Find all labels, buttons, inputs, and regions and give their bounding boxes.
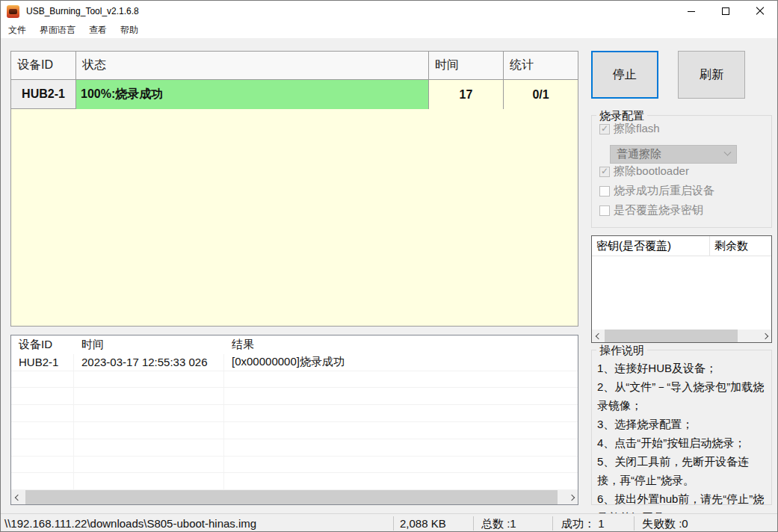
instruction-line: 1、连接好HUB及设备；: [597, 359, 769, 377]
log-table: 设备ID 时间 结果 HUB2-1 2023-03-17 12:55:33 02…: [10, 335, 578, 505]
failed-count: 失败数 :0: [642, 514, 688, 532]
erase-flash-label: 擦除flash: [614, 122, 660, 136]
key-table-hscrollbar[interactable]: [592, 330, 771, 342]
instructions-text: 1、连接好HUB及设备； 2、从“文件”－“导入烧录包”加载烧录镜像； 3、选择…: [597, 359, 769, 527]
log-result: [0x00000000]烧录成功: [224, 354, 578, 371]
key-table: 密钥(是否覆盖) 剩余数: [591, 235, 772, 343]
log-row-empty: [11, 473, 578, 490]
col-time: 时间: [429, 52, 504, 79]
burn-stats: 0/1: [504, 80, 578, 109]
log-row-empty: [11, 388, 578, 405]
device-row[interactable]: HUB2-1 100%:烧录成功 17 0/1: [11, 80, 578, 109]
log-col-device-id: 设备ID: [11, 338, 74, 352]
erase-flash-option[interactable]: 擦除flash: [599, 122, 660, 136]
log-table-header: 设备ID 时间 结果: [11, 335, 578, 354]
instruction-line: 3、选择烧录配置；: [597, 415, 769, 433]
col-status: 状态: [76, 52, 429, 79]
col-stats: 统计: [504, 52, 578, 79]
statusbar-divider: [634, 516, 635, 531]
device-table-empty-area: [11, 109, 578, 326]
overwrite-key-label: 是否覆盖烧录密钥: [614, 203, 703, 217]
reboot-after-option[interactable]: 烧录成功后重启设备: [599, 184, 714, 198]
key-scroll-thumb[interactable]: [605, 330, 738, 342]
erase-bootloader-checkbox[interactable]: [599, 167, 610, 177]
title-bar: USB_Burning_Tool_v2.1.6.8: [1, 1, 777, 22]
maximize-button[interactable]: [708, 1, 743, 22]
menu-language[interactable]: 界面语言: [33, 22, 82, 38]
app-window: USB_Burning_Tool_v2.1.6.8 文件 界面语言 查看 帮助 …: [0, 0, 778, 532]
log-hscrollbar[interactable]: [11, 490, 578, 504]
overwrite-key-option[interactable]: 是否覆盖烧录密钥: [599, 203, 703, 217]
key-table-header: 密钥(是否覆盖) 剩余数: [592, 236, 771, 256]
key-table-body: [592, 256, 771, 330]
log-row-empty: [11, 439, 578, 457]
log-time: 2023-03-17 12:55:33 026: [74, 354, 224, 371]
menu-file[interactable]: 文件: [1, 22, 33, 38]
minimize-icon: [688, 11, 695, 12]
chevron-down-icon: [724, 149, 732, 156]
log-row-empty: [11, 405, 578, 422]
scroll-left-icon[interactable]: [11, 490, 24, 504]
overwrite-key-checkbox[interactable]: [599, 205, 610, 216]
burn-time: 17: [429, 80, 504, 109]
col-device-id: 设备ID: [11, 52, 76, 79]
instruction-line: 4、点击“开始”按钮启动烧录；: [597, 433, 769, 452]
log-row-empty: [11, 457, 578, 474]
success-count: 成功： 1: [561, 514, 605, 532]
log-row[interactable]: HUB2-1 2023-03-17 12:55:33 026 [0x000000…: [11, 354, 578, 371]
instructions-group: 操作说明 1、连接好HUB及设备； 2、从“文件”－“导入烧录包”加载烧录镜像；…: [591, 350, 772, 505]
log-row-empty: [11, 422, 578, 439]
col-remaining: 剩余数: [710, 236, 771, 256]
statusbar-divider: [552, 516, 553, 531]
maximize-icon: [722, 7, 729, 15]
reboot-after-checkbox[interactable]: [599, 186, 610, 197]
erase-bootloader-option[interactable]: 擦除bootloader: [599, 164, 689, 179]
scroll-left-icon[interactable]: [592, 330, 605, 342]
menu-view[interactable]: 查看: [82, 22, 114, 38]
erase-mode-dropdown[interactable]: 普通擦除: [610, 145, 737, 164]
stop-button[interactable]: 停止: [591, 51, 658, 99]
scroll-right-icon[interactable]: [565, 490, 578, 504]
reboot-after-label: 烧录成功后重启设备: [614, 184, 714, 198]
minimize-button[interactable]: [674, 1, 708, 22]
app-icon: [7, 5, 19, 18]
erase-flash-checkbox[interactable]: [599, 124, 610, 134]
log-col-result: 结果: [224, 338, 578, 352]
refresh-button[interactable]: 刷新: [678, 51, 745, 99]
log-row-empty: [11, 371, 578, 389]
device-table-header: 设备ID 状态 时间 统计: [11, 52, 578, 80]
log-device-id: HUB2-1: [11, 354, 74, 371]
close-icon: [756, 7, 765, 16]
window-title: USB_Burning_Tool_v2.1.6.8: [26, 6, 139, 16]
menu-help[interactable]: 帮助: [114, 22, 145, 38]
statusbar-divider: [473, 516, 474, 531]
col-key: 密钥(是否覆盖): [592, 236, 710, 256]
burn-config-group: 烧录配置 擦除flash 普通擦除 擦除bootloader 烧录成功后重启设备…: [591, 115, 772, 228]
device-id: HUB2-1: [11, 80, 76, 109]
scroll-right-icon[interactable]: [759, 330, 771, 342]
menu-bar: 文件 界面语言 查看 帮助: [1, 22, 777, 38]
burn-progress-status: 100%:烧录成功: [76, 80, 429, 109]
instructions-title: 操作说明: [596, 344, 647, 358]
log-col-time: 时间: [74, 338, 224, 352]
image-size: 2,088 KB: [400, 514, 446, 532]
close-button[interactable]: [743, 1, 777, 22]
device-table: 设备ID 状态 时间 统计 HUB2-1 100%:烧录成功 17 0/1: [10, 51, 578, 327]
window-controls: [674, 1, 777, 22]
instruction-line: 5、关闭工具前，先断开设备连接，再“停止”烧录。: [597, 452, 769, 489]
log-scroll-thumb[interactable]: [25, 490, 558, 504]
statusbar-divider: [393, 516, 394, 531]
erase-bootloader-label: 擦除bootloader: [614, 164, 689, 179]
total-count: 总数 :1: [481, 514, 516, 532]
erase-mode-value: 普通擦除: [617, 147, 661, 161]
image-path: \\192.168.111.22\downloads\S805-uboot-hi…: [4, 514, 256, 532]
status-bar: \\192.168.111.22\downloads\S805-uboot-hi…: [1, 513, 777, 532]
instruction-line: 2、从“文件”－“导入烧录包”加载烧录镜像；: [597, 377, 769, 415]
